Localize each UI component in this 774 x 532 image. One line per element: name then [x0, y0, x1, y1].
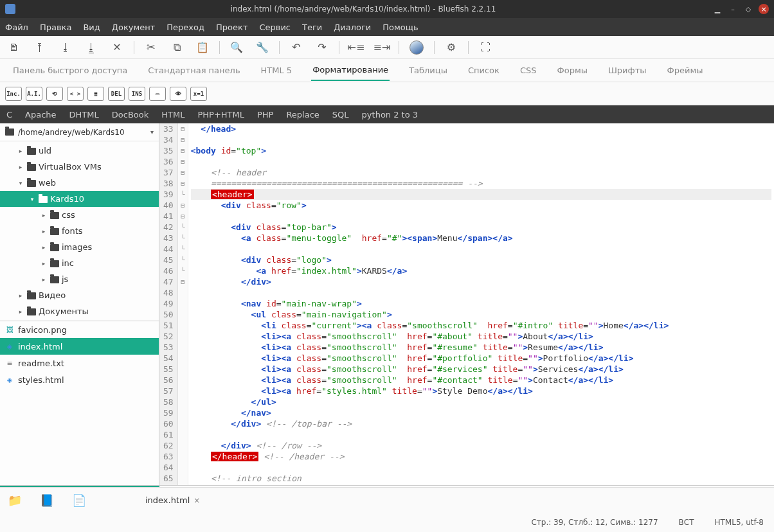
save-down-icon[interactable]: ⭳ [59, 41, 72, 54]
maximize-button[interactable]: ◇ [743, 4, 753, 14]
panel-tab[interactable]: Таблицы [408, 60, 449, 80]
menu-Сервис[interactable]: Сервис [259, 22, 291, 32]
bookmarks-icon[interactable]: 📘 [40, 493, 54, 508]
folder-tree: ▸uld▸VirtualBox VMs▾web▾Kards10▸css▸font… [0, 141, 159, 321]
insert-mode: ВСТ [679, 518, 694, 527]
code-area[interactable]: </head> <body id="top"> <!-- header ====… [188, 123, 774, 485]
lang-tab[interactable]: C [6, 110, 12, 120]
menu-Проект[interactable]: Проект [216, 22, 248, 32]
tree-node[interactable]: ▸images [0, 239, 159, 255]
format-button[interactable]: INS [129, 87, 145, 101]
language-bar: CApacheDHTMLDocBookHTMLPHP+HTMLPHPReplac… [0, 105, 774, 123]
format-toolbar: Inc.A.I.⟲< >≣DELINS▭👁x=1 [0, 82, 774, 105]
menu-Правка[interactable]: Правка [40, 22, 71, 32]
chevron-down-icon[interactable]: ▾ [150, 129, 154, 136]
search-replace-icon[interactable]: 🔧 [256, 41, 269, 54]
panel-tab[interactable]: HTML 5 [260, 60, 294, 80]
lang-tab[interactable]: Replace [286, 110, 319, 120]
titlebar: index.html (/home/andrey/web/Kards10/ind… [0, 0, 774, 18]
tree-node[interactable]: ▸css [0, 207, 159, 223]
iconify-button[interactable]: – [728, 4, 738, 14]
file-browser-icon[interactable]: 📁 [8, 493, 22, 508]
format-button[interactable]: ≣ [87, 87, 104, 101]
undo-icon[interactable]: ↶ [290, 41, 303, 54]
browser-preview-icon[interactable] [410, 40, 424, 55]
format-button[interactable]: Inc. [5, 87, 22, 101]
menu-Диалоги[interactable]: Диалоги [334, 22, 371, 32]
menu-Вид[interactable]: Вид [83, 22, 100, 32]
file-item[interactable]: ◈styles.html [0, 371, 159, 388]
tree-node[interactable]: ▸fonts [0, 223, 159, 239]
format-button[interactable]: < > [67, 87, 84, 101]
paste-icon[interactable]: 📋 [196, 41, 209, 54]
indent-icon[interactable]: ≡⇥ [375, 41, 388, 54]
bottom-toolbar: 📁 📘 📄 index.html × [0, 487, 774, 513]
open-up-icon[interactable]: ⭱ [33, 41, 46, 54]
panel-tab[interactable]: Формы [556, 60, 589, 80]
menu-Переход[interactable]: Переход [166, 22, 204, 32]
file-item[interactable]: ≡readme.txt [0, 355, 159, 371]
preferences-icon[interactable]: ⚙ [445, 41, 458, 54]
tree-node[interactable]: ▸Документы [0, 303, 159, 319]
copy-icon[interactable]: ⧉ [170, 41, 183, 54]
save-all-icon[interactable]: ⭳̲ [85, 41, 98, 54]
search-icon[interactable]: 🔍 [230, 41, 243, 54]
lang-tab[interactable]: HTML [161, 110, 184, 120]
app-icon [5, 4, 15, 14]
line-gutter: 3334353637383940414243444546474849505152… [159, 123, 178, 485]
tree-node[interactable]: ▸uld [0, 143, 159, 159]
tree-node[interactable]: ▸Видео [0, 287, 159, 303]
close-doc-icon[interactable]: ✕ [111, 41, 123, 54]
panel-tab[interactable]: Фреймы [666, 60, 705, 80]
file-list: 🖼favicon.png◈index.html≡readme.txt◈style… [0, 321, 159, 388]
format-button[interactable]: ⟲ [46, 87, 63, 101]
window-title: index.html (/home/andrey/web/Kards10/ind… [19, 4, 707, 13]
code-editor[interactable]: 3334353637383940414243444546474849505152… [159, 123, 774, 485]
folder-icon [5, 129, 14, 136]
file-mode: HTML5, utf-8 [715, 518, 764, 527]
close-tab-icon[interactable]: × [194, 496, 200, 505]
format-button[interactable]: DEL [108, 87, 125, 101]
lang-tab[interactable]: DHTML [69, 110, 99, 120]
lang-tab[interactable]: SQL [332, 110, 349, 120]
close-button[interactable]: × [759, 4, 769, 14]
panel-tab[interactable]: Шрифты [607, 60, 648, 80]
menu-Помощь[interactable]: Помощь [382, 22, 418, 32]
format-button[interactable]: A.I. [26, 87, 42, 101]
editor-tab[interactable]: index.html × [140, 493, 205, 508]
tree-node[interactable]: ▸VirtualBox VMs [0, 159, 159, 175]
panel-tab[interactable]: Список [467, 60, 501, 80]
minimize-button[interactable]: ▁ [712, 4, 723, 14]
lang-tab[interactable]: Apache [25, 110, 57, 120]
lang-tab[interactable]: python 2 to 3 [362, 110, 418, 120]
fold-column[interactable]: ⊟⊟⊟⊟⊟⊟└⊟⊟└└└└└⊟ [178, 123, 188, 485]
fullscreen-icon[interactable]: ⛶ [479, 41, 492, 54]
unindent-icon[interactable]: ⇤≡ [350, 41, 363, 54]
panel-tab[interactable]: Форматирование [311, 60, 390, 81]
panel-tab[interactable]: Стандартная панель [147, 60, 241, 80]
path-selector[interactable]: /home/andrey/web/Kards10 ▾ [0, 123, 159, 141]
tree-node[interactable]: ▸inc [0, 255, 159, 271]
lang-tab[interactable]: PHP+HTML [197, 110, 244, 120]
panel-tab[interactable]: CSS [519, 60, 538, 80]
redo-icon[interactable]: ↷ [316, 41, 328, 54]
snippets-icon[interactable]: 📄 [72, 493, 86, 508]
tree-node[interactable]: ▾Kards10 [0, 191, 159, 207]
menu-Теги[interactable]: Теги [302, 22, 322, 32]
menu-Файл[interactable]: Файл [5, 22, 28, 32]
cut-icon[interactable]: ✂ [145, 41, 158, 54]
tree-node[interactable]: ▾web [0, 175, 159, 191]
file-item[interactable]: 🖼favicon.png [0, 321, 159, 338]
lang-tab[interactable]: PHP [257, 110, 273, 120]
format-button[interactable]: x=1 [190, 87, 207, 101]
format-button[interactable]: 👁 [170, 87, 186, 101]
panel-tab[interactable]: Панель быстрого доступа [12, 60, 129, 80]
new-file-icon[interactable]: 🗎 [8, 41, 21, 54]
format-button[interactable]: ▭ [149, 87, 166, 101]
tree-node[interactable]: ▸js [0, 271, 159, 287]
sidebar: /home/andrey/web/Kards10 ▾ ▸uld▸VirtualB… [0, 123, 159, 485]
lang-tab[interactable]: DocBook [112, 110, 148, 120]
editor-tab-label: index.html [145, 495, 190, 505]
menu-Документ[interactable]: Документ [112, 22, 156, 32]
file-item[interactable]: ◈index.html [0, 338, 159, 355]
